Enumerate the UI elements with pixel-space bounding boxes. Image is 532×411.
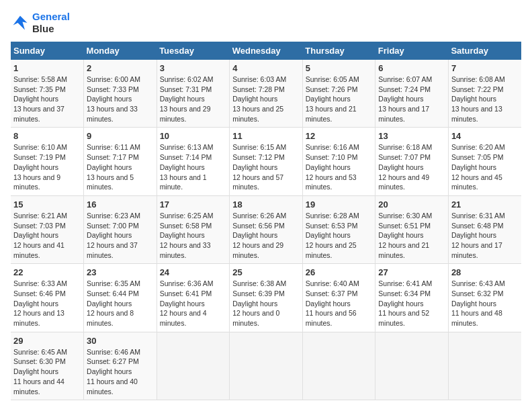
day-number: 26 (306, 267, 373, 277)
day-number: 27 (378, 267, 445, 277)
day-number: 29 (13, 336, 81, 346)
day-info: Sunrise: 6:31 AMSunset: 6:48 PMDaylight … (451, 211, 519, 260)
day-cell: 14Sunrise: 6:20 AMSunset: 7:05 PMDayligh… (448, 128, 521, 195)
day-info: Sunrise: 6:10 AMSunset: 7:19 PMDaylight … (13, 142, 81, 191)
day-info: Sunrise: 6:45 AMSunset: 6:30 PMDaylight … (13, 347, 81, 396)
day-cell: 27Sunrise: 6:41 AMSunset: 6:34 PMDayligh… (375, 264, 449, 332)
day-number: 20 (378, 199, 445, 210)
weekday-header-saturday: Saturday (448, 42, 521, 60)
day-cell: 15Sunrise: 6:21 AMSunset: 7:03 PMDayligh… (11, 195, 84, 263)
day-number: 10 (160, 131, 227, 141)
day-info: Sunrise: 6:08 AMSunset: 7:22 PMDaylight … (451, 75, 519, 124)
day-cell: 20Sunrise: 6:30 AMSunset: 6:51 PMDayligh… (375, 195, 449, 263)
day-cell: 19Sunrise: 6:28 AMSunset: 6:53 PMDayligh… (302, 195, 375, 263)
day-info: Sunrise: 6:36 AMSunset: 6:41 PMDaylight … (160, 279, 227, 328)
week-row-3: 15Sunrise: 6:21 AMSunset: 7:03 PMDayligh… (11, 195, 521, 263)
day-cell: 23Sunrise: 6:35 AMSunset: 6:44 PMDayligh… (84, 264, 157, 332)
day-cell: 9Sunrise: 6:11 AMSunset: 7:17 PMDaylight… (84, 128, 157, 195)
weekday-header-sunday: Sunday (11, 42, 84, 60)
week-row-2: 8Sunrise: 6:10 AMSunset: 7:19 PMDaylight… (11, 128, 521, 195)
day-number: 8 (13, 131, 81, 141)
day-info: Sunrise: 6:00 AMSunset: 7:33 PMDaylight … (87, 75, 154, 124)
day-cell: 6Sunrise: 6:07 AMSunset: 7:24 PMDaylight… (375, 60, 449, 128)
weekday-header-tuesday: Tuesday (157, 42, 230, 60)
day-number: 14 (451, 131, 519, 141)
day-cell: 3Sunrise: 6:02 AMSunset: 7:31 PMDaylight… (157, 60, 230, 128)
day-number: 4 (232, 63, 300, 73)
day-cell: 16Sunrise: 6:23 AMSunset: 7:00 PMDayligh… (84, 195, 157, 263)
svg-marker-0 (13, 16, 28, 30)
day-number: 17 (160, 199, 227, 210)
day-info: Sunrise: 6:30 AMSunset: 6:51 PMDaylight … (378, 211, 445, 260)
day-number: 9 (87, 131, 154, 141)
day-info: Sunrise: 6:21 AMSunset: 7:03 PMDaylight … (13, 211, 81, 260)
day-cell: 25Sunrise: 6:38 AMSunset: 6:39 PMDayligh… (230, 264, 303, 332)
day-cell: 28Sunrise: 6:43 AMSunset: 6:32 PMDayligh… (448, 264, 521, 332)
day-number: 3 (160, 63, 227, 73)
day-cell: 17Sunrise: 6:25 AMSunset: 6:58 PMDayligh… (157, 195, 230, 263)
day-info: Sunrise: 6:03 AMSunset: 7:28 PMDaylight … (232, 75, 300, 124)
day-info: Sunrise: 6:46 AMSunset: 6:27 PMDaylight … (87, 347, 154, 396)
day-info: Sunrise: 6:28 AMSunset: 6:53 PMDaylight … (306, 211, 373, 260)
day-info: Sunrise: 6:13 AMSunset: 7:14 PMDaylight … (160, 142, 227, 191)
day-number: 13 (378, 131, 445, 141)
day-cell: 18Sunrise: 6:26 AMSunset: 6:56 PMDayligh… (230, 195, 303, 263)
day-cell: 10Sunrise: 6:13 AMSunset: 7:14 PMDayligh… (157, 128, 230, 195)
day-info: Sunrise: 6:07 AMSunset: 7:24 PMDaylight … (378, 75, 445, 124)
day-cell: 26Sunrise: 6:40 AMSunset: 6:37 PMDayligh… (302, 264, 375, 332)
day-number: 11 (232, 131, 300, 141)
day-cell: 29Sunrise: 6:45 AMSunset: 6:30 PMDayligh… (11, 332, 84, 400)
day-cell (375, 332, 449, 400)
day-info: Sunrise: 6:05 AMSunset: 7:26 PMDaylight … (306, 75, 373, 124)
weekday-header-friday: Friday (375, 42, 449, 60)
day-cell: 12Sunrise: 6:16 AMSunset: 7:10 PMDayligh… (302, 128, 375, 195)
day-number: 6 (378, 63, 445, 73)
weekday-header-thursday: Thursday (302, 42, 375, 60)
day-cell: 8Sunrise: 6:10 AMSunset: 7:19 PMDaylight… (11, 128, 84, 195)
day-cell (448, 332, 521, 400)
day-number: 22 (13, 267, 81, 277)
day-info: Sunrise: 6:02 AMSunset: 7:31 PMDaylight … (160, 75, 227, 124)
day-cell (302, 332, 375, 400)
day-info: Sunrise: 6:11 AMSunset: 7:17 PMDaylight … (87, 142, 154, 191)
day-number: 24 (160, 267, 227, 277)
week-row-5: 29Sunrise: 6:45 AMSunset: 6:30 PMDayligh… (11, 332, 521, 400)
day-info: Sunrise: 6:15 AMSunset: 7:12 PMDaylight … (232, 142, 300, 191)
day-cell: 1Sunrise: 5:58 AMSunset: 7:35 PMDaylight… (11, 60, 84, 128)
logo: GeneralBlue (11, 11, 70, 35)
day-number: 15 (13, 199, 81, 210)
day-number: 2 (87, 63, 154, 73)
day-info: Sunrise: 6:16 AMSunset: 7:10 PMDaylight … (306, 142, 373, 191)
day-cell: 4Sunrise: 6:03 AMSunset: 7:28 PMDaylight… (230, 60, 303, 128)
logo-text: GeneralBlue (32, 11, 70, 35)
day-number: 7 (451, 63, 519, 73)
day-number: 18 (232, 199, 300, 210)
day-number: 25 (232, 267, 300, 277)
day-info: Sunrise: 6:26 AMSunset: 6:56 PMDaylight … (232, 211, 300, 260)
day-cell: 21Sunrise: 6:31 AMSunset: 6:48 PMDayligh… (448, 195, 521, 263)
day-info: Sunrise: 6:43 AMSunset: 6:32 PMDaylight … (451, 279, 519, 328)
day-cell: 30Sunrise: 6:46 AMSunset: 6:27 PMDayligh… (84, 332, 157, 400)
day-number: 19 (306, 199, 373, 210)
day-cell: 11Sunrise: 6:15 AMSunset: 7:12 PMDayligh… (230, 128, 303, 195)
calendar-body: 1Sunrise: 5:58 AMSunset: 7:35 PMDaylight… (11, 60, 521, 400)
weekday-header-wednesday: Wednesday (230, 42, 303, 60)
day-info: Sunrise: 6:33 AMSunset: 6:46 PMDaylight … (13, 279, 81, 328)
day-cell: 2Sunrise: 6:00 AMSunset: 7:33 PMDaylight… (84, 60, 157, 128)
day-info: Sunrise: 6:23 AMSunset: 7:00 PMDaylight … (87, 211, 154, 260)
day-info: Sunrise: 6:35 AMSunset: 6:44 PMDaylight … (87, 279, 154, 328)
day-number: 5 (306, 63, 373, 73)
calendar-table: SundayMondayTuesdayWednesdayThursdayFrid… (11, 42, 521, 400)
day-info: Sunrise: 6:40 AMSunset: 6:37 PMDaylight … (306, 279, 373, 328)
day-cell (230, 332, 303, 400)
day-info: Sunrise: 6:38 AMSunset: 6:39 PMDaylight … (232, 279, 300, 328)
logo-icon (11, 13, 30, 32)
day-cell: 7Sunrise: 6:08 AMSunset: 7:22 PMDaylight… (448, 60, 521, 128)
day-cell: 5Sunrise: 6:05 AMSunset: 7:26 PMDaylight… (302, 60, 375, 128)
day-number: 28 (451, 267, 519, 277)
day-cell: 13Sunrise: 6:18 AMSunset: 7:07 PMDayligh… (375, 128, 449, 195)
day-number: 30 (87, 336, 154, 346)
week-row-4: 22Sunrise: 6:33 AMSunset: 6:46 PMDayligh… (11, 264, 521, 332)
day-info: Sunrise: 6:18 AMSunset: 7:07 PMDaylight … (378, 142, 445, 191)
day-cell: 24Sunrise: 6:36 AMSunset: 6:41 PMDayligh… (157, 264, 230, 332)
